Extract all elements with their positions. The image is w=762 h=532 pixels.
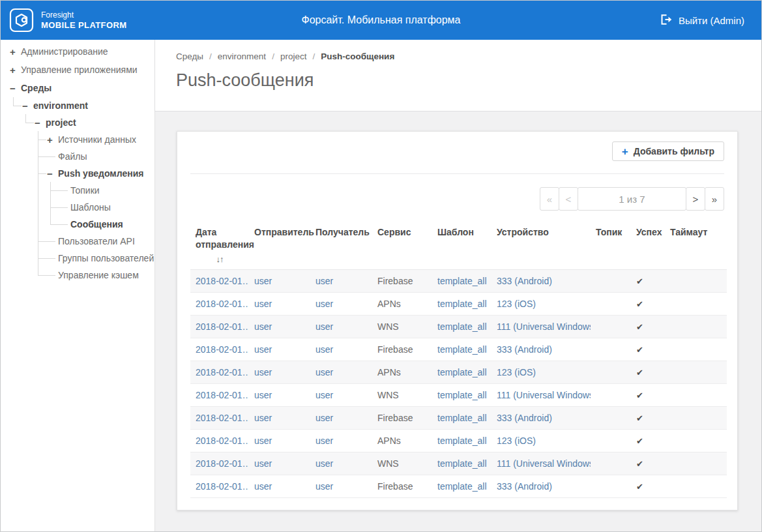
device-link[interactable]: 111 (Universal Windows… — [497, 390, 591, 400]
device-link[interactable]: 111 (Universal Windows… — [497, 458, 591, 469]
date-cell: 2018-02-01… — [190, 407, 249, 430]
device-link[interactable]: 333 (Android) — [497, 413, 552, 423]
recipient-link[interactable]: user — [315, 436, 333, 446]
check-icon: ✔ — [636, 368, 643, 377]
device-link[interactable]: 333 (Android) — [497, 344, 552, 355]
sender-link[interactable]: user — [254, 481, 272, 492]
add-filter-button[interactable]: + Добавить фильтр — [612, 141, 724, 161]
topic-cell — [591, 475, 631, 498]
device-cell: 111 (Universal Windows… — [491, 452, 591, 475]
prev-page-button[interactable]: < — [559, 187, 578, 211]
tree-item[interactable]: −project — [33, 114, 154, 131]
recipient-link[interactable]: user — [315, 481, 333, 492]
template-link[interactable]: template_all — [437, 321, 487, 332]
template-link[interactable]: template_all — [437, 436, 487, 446]
service-cell: Firebase — [372, 475, 432, 498]
date-link[interactable]: 2018-02-01… — [196, 390, 249, 400]
tree-item[interactable]: +Источники данных — [46, 131, 154, 148]
table-row: 2018-02-01…useruserWNStemplate_all111 (U… — [190, 316, 727, 338]
date-link[interactable]: 2018-02-01… — [196, 413, 249, 423]
column-label: Успех — [636, 227, 662, 237]
date-link[interactable]: 2018-02-01… — [196, 276, 249, 286]
sender-link[interactable]: user — [254, 344, 272, 355]
template-link[interactable]: template_all — [437, 481, 487, 492]
template-cell: template_all — [432, 293, 491, 316]
date-link[interactable]: 2018-02-01… — [196, 436, 249, 446]
device-link[interactable]: 123 (iOS) — [497, 367, 536, 377]
tree-item[interactable]: −Push уведомления — [46, 165, 154, 182]
recipient-link[interactable]: user — [315, 299, 333, 309]
success-cell: ✔ — [631, 361, 665, 384]
tree-item[interactable]: −environment — [21, 97, 154, 114]
device-link[interactable]: 333 (Android) — [497, 481, 552, 492]
tree-item[interactable]: −Среды — [8, 79, 154, 97]
date-link[interactable]: 2018-02-01… — [196, 321, 249, 332]
toolbar-divider — [190, 173, 724, 174]
last-page-button[interactable]: » — [705, 187, 724, 211]
sender-link[interactable]: user — [254, 299, 272, 309]
date-link[interactable]: 2018-02-01… — [196, 299, 249, 309]
tree-item-label: Файлы — [58, 151, 87, 162]
sender-link[interactable]: user — [254, 367, 272, 377]
breadcrumb-item[interactable]: project — [280, 52, 307, 61]
logout-button[interactable]: Выйти (Admin) — [661, 14, 761, 27]
tree-item[interactable]: +Администрирование — [8, 42, 154, 61]
template-link[interactable]: template_all — [437, 413, 487, 423]
template-link[interactable]: template_all — [437, 276, 487, 286]
tree-item[interactable]: Шаблоны — [58, 199, 154, 216]
device-link[interactable]: 111 (Universal Windows… — [497, 321, 591, 332]
tree-item-label: Push уведомления — [58, 168, 143, 179]
sender-link[interactable]: user — [254, 413, 272, 423]
recipient-cell: user — [310, 338, 372, 361]
tree-item[interactable]: Пользователи API — [46, 233, 154, 250]
date-link[interactable]: 2018-02-01… — [196, 458, 249, 469]
template-link[interactable]: template_all — [437, 458, 487, 469]
column-label: Дата отправления — [196, 227, 254, 250]
breadcrumb-item: Push-сообщения — [321, 52, 394, 61]
date-link[interactable]: 2018-02-01… — [196, 367, 249, 377]
sender-cell: user — [249, 338, 310, 361]
sender-link[interactable]: user — [254, 276, 272, 286]
device-cell: 111 (Universal Windows… — [491, 384, 591, 407]
date-link[interactable]: 2018-02-01… — [196, 344, 249, 355]
topic-cell — [591, 452, 631, 475]
template-link[interactable]: template_all — [437, 344, 487, 355]
template-link[interactable]: template_all — [437, 367, 487, 377]
tree-item[interactable]: Группы пользователей — [46, 250, 154, 267]
template-link[interactable]: template_all — [437, 390, 487, 400]
sort-icon[interactable]: ↓↑ — [196, 253, 244, 265]
template-link[interactable]: template_all — [437, 299, 487, 309]
device-link[interactable]: 333 (Android) — [497, 276, 552, 286]
device-link[interactable]: 123 (iOS) — [497, 299, 536, 309]
service-cell: APNs — [372, 430, 432, 452]
recipient-link[interactable]: user — [315, 413, 333, 423]
recipient-link[interactable]: user — [315, 344, 333, 355]
sender-link[interactable]: user — [254, 321, 272, 332]
date-link[interactable]: 2018-02-01… — [196, 481, 249, 492]
tree-item[interactable]: +Управление приложениями — [8, 61, 154, 79]
breadcrumb-item[interactable]: environment — [218, 52, 266, 61]
tree-item[interactable]: Файлы — [46, 148, 154, 165]
recipient-link[interactable]: user — [315, 390, 333, 400]
tree-item[interactable]: Топики — [58, 182, 154, 199]
sender-link[interactable]: user — [254, 458, 272, 469]
sender-link[interactable]: user — [254, 436, 272, 446]
next-page-button[interactable]: > — [686, 187, 705, 211]
brand-logo[interactable]: Foresight MOBILE PLATFORM — [1, 7, 126, 33]
tree-item[interactable]: Управление кэшем — [46, 267, 154, 284]
column-header-date[interactable]: Дата отправления↓↑ — [190, 220, 249, 270]
recipient-link[interactable]: user — [315, 367, 333, 377]
device-link[interactable]: 123 (iOS) — [497, 436, 536, 446]
column-label: Устройство — [497, 227, 549, 237]
timeout-cell — [665, 293, 727, 316]
recipient-link[interactable]: user — [315, 321, 333, 332]
tree-item[interactable]: Сообщения — [58, 216, 154, 233]
sender-link[interactable]: user — [254, 390, 272, 400]
recipient-link[interactable]: user — [315, 276, 333, 286]
first-page-button[interactable]: « — [540, 187, 559, 211]
template-cell: template_all — [432, 384, 491, 407]
column-header-success: Успех — [631, 220, 665, 270]
template-cell: template_all — [432, 270, 491, 293]
breadcrumb-item[interactable]: Среды — [176, 52, 203, 61]
recipient-link[interactable]: user — [315, 458, 333, 469]
